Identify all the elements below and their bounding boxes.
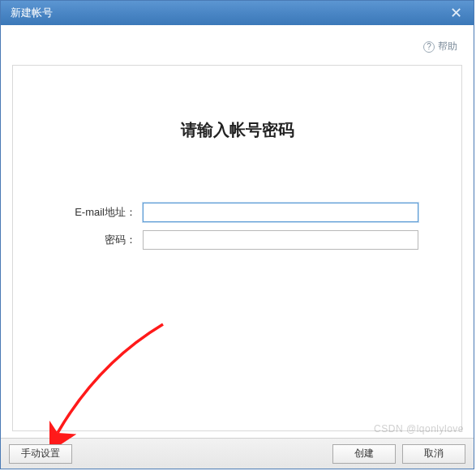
email-label: E-mail地址：: [13, 205, 143, 220]
help-label: 帮助: [438, 40, 457, 54]
help-icon: ?: [423, 41, 435, 53]
cancel-button[interactable]: 取消: [402, 444, 465, 464]
manual-setup-button[interactable]: 手动设置: [9, 444, 72, 464]
close-button[interactable]: ✕: [438, 1, 474, 25]
window-title: 新建帐号: [11, 6, 53, 20]
form-heading: 请输入帐号密码: [13, 119, 461, 141]
close-icon: ✕: [450, 4, 462, 22]
email-input[interactable]: [143, 203, 418, 222]
password-row: 密码：: [13, 230, 461, 250]
create-button[interactable]: 创建: [332, 444, 396, 464]
account-form: E-mail地址： 密码：: [13, 203, 461, 250]
help-link[interactable]: ? 帮助: [11, 35, 464, 54]
dialog-window: 新建帐号 ✕ ? 帮助 请输入帐号密码 E-mail地址： 密码：: [0, 0, 474, 469]
password-input[interactable]: [143, 230, 418, 250]
password-label: 密码：: [13, 233, 143, 247]
content-panel: 请输入帐号密码 E-mail地址： 密码：: [12, 65, 462, 431]
titlebar: 新建帐号 ✕: [1, 1, 474, 25]
email-row: E-mail地址：: [13, 203, 461, 222]
dialog-body: ? 帮助 请输入帐号密码 E-mail地址： 密码：: [1, 25, 474, 438]
dialog-footer: 手动设置 创建 取消: [1, 438, 474, 469]
